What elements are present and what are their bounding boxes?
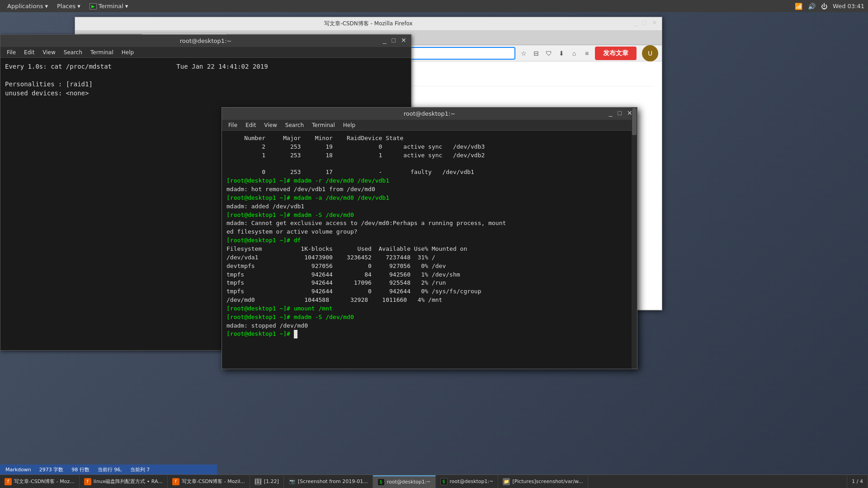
shield-icon[interactable]: 🛡 bbox=[543, 48, 554, 59]
taskbar-item-4[interactable]: 📷 [Screenshot from 2019-01... bbox=[284, 475, 373, 488]
term-fg-menu-help[interactable]: Help bbox=[340, 121, 359, 129]
firefox-nav-icons: ☆ ⊟ 🛡 ⬇ ⌂ ≡ bbox=[518, 48, 592, 59]
taskbar-item-2[interactable]: f 写文章-CSDN博客 - Mozil... bbox=[168, 475, 250, 488]
term-fg-line-10: mdadm: Cannot get exclusive access to /d… bbox=[226, 219, 632, 228]
taskbar-item-0[interactable]: f 写文章-CSDN博客 - Moz... bbox=[0, 475, 80, 488]
term-fg-line-15: devtmpfs 927056 0 927056 0% /dev bbox=[226, 262, 632, 271]
term-bg-menu-help[interactable]: Help bbox=[118, 48, 137, 56]
terminal-fg-titlebar: root@desktop1:~ _ □ ✕ bbox=[222, 108, 637, 120]
taskbar-item-3[interactable]: [1] [1.22] bbox=[250, 475, 284, 488]
term-bg-close[interactable]: ✕ bbox=[399, 37, 408, 44]
term-fg-line-7: [root@desktop1 ~]# mdadm -a /dev/md0 /de… bbox=[226, 194, 632, 202]
term-fg-menu-view[interactable]: View bbox=[260, 121, 280, 129]
term-fg-line-11: ed filesystem or active volume group? bbox=[226, 228, 632, 236]
terminal-bg-title: root@desktop1:~ bbox=[180, 38, 231, 44]
term-bg-menu-file[interactable]: File bbox=[3, 48, 19, 56]
download-icon[interactable]: ⬇ bbox=[556, 48, 567, 59]
term-fg-line-4: 0 253 17 - faulty /dev/vdb1 bbox=[226, 168, 632, 177]
scrollbar-thumb[interactable] bbox=[632, 131, 637, 135]
term-bg-line-2: Personalities : [raid1] bbox=[5, 80, 406, 89]
taskbar-icon-6: $ bbox=[440, 478, 448, 485]
term-bg-menu-view[interactable]: View bbox=[39, 48, 59, 56]
term-bg-menu-edit[interactable]: Edit bbox=[20, 48, 38, 56]
sound-icon[interactable]: 🔊 bbox=[808, 3, 816, 10]
term-fg-menu-search[interactable]: Search bbox=[282, 121, 307, 129]
taskbar-icon-1: f bbox=[84, 478, 91, 485]
term-fg-menu-file[interactable]: File bbox=[225, 121, 241, 129]
reader-view-icon[interactable]: ⊟ bbox=[531, 48, 542, 59]
current-col: 当前列 7 bbox=[128, 466, 152, 473]
applications-menu[interactable]: Applications ▾ bbox=[4, 2, 52, 10]
firefox-close-btn[interactable]: ✕ bbox=[650, 19, 659, 26]
term-fg-line-16: tmpfs 942644 84 942560 1% /dev/shm bbox=[226, 271, 632, 279]
taskbar-label-7: [Pictures]screenshot/var/w... bbox=[512, 479, 583, 484]
term-fg-line-0: Number Major Minor RaidDevice State bbox=[226, 134, 632, 143]
taskbar-icon-5: $ bbox=[377, 479, 385, 486]
places-arrow: ▾ bbox=[77, 3, 80, 9]
firefox-minimize-btn[interactable]: _ bbox=[632, 19, 639, 26]
firefox-titlebar: 写文章-CSDN博客 - Mozilla Firefox _ □ ✕ bbox=[75, 17, 662, 31]
terminal-fg-title: root@desktop1:~ bbox=[404, 110, 455, 117]
taskbar-item-6[interactable]: $ root@desktop1:~ bbox=[436, 475, 499, 488]
firefox-window-controls: _ □ ✕ bbox=[632, 19, 659, 26]
taskbar-label-6: root@desktop1:~ bbox=[450, 479, 494, 484]
term-bg-maximize[interactable]: □ bbox=[390, 37, 397, 44]
term-fg-menu-terminal[interactable]: Terminal bbox=[308, 121, 339, 129]
term-bg-minimize[interactable]: _ bbox=[381, 37, 388, 44]
terminal-fg-menu: File Edit View Search Terminal Help bbox=[222, 120, 637, 131]
term-fg-line-8: mdadm: added /dev/vdb1 bbox=[226, 202, 632, 211]
term-bg-line-0: Every 1.0s: cat /proc/mdstat Tue Jan 22 … bbox=[5, 62, 406, 71]
term-fg-line-1: 2 253 19 0 active sync /dev/vdb3 bbox=[226, 143, 632, 151]
taskbar-label-3: [1.22] bbox=[264, 479, 279, 484]
term-bg-line-3: unused devices: <none> bbox=[5, 89, 406, 98]
firefox-maximize-btn[interactable]: □ bbox=[641, 19, 648, 26]
home-icon[interactable]: ⌂ bbox=[569, 48, 580, 59]
taskbar-icon-3: [1] bbox=[255, 478, 262, 485]
term-fg-line-2: 1 253 18 1 active sync /dev/vdb2 bbox=[226, 151, 632, 160]
term-bg-line-1 bbox=[5, 71, 406, 80]
terminal-menu-label: Terminal bbox=[99, 3, 123, 9]
taskbar-label-1: linux磁盘阵列配置方式 • RA... bbox=[94, 478, 163, 485]
power-icon[interactable]: ⏻ bbox=[821, 3, 827, 10]
places-menu[interactable]: Places ▾ bbox=[53, 2, 84, 10]
term-fg-menu-edit[interactable]: Edit bbox=[242, 121, 259, 129]
editor-mode: Markdown bbox=[4, 467, 33, 473]
terminal-bg-controls: _ □ ✕ bbox=[381, 37, 408, 44]
taskbar-icon-2: f bbox=[172, 478, 179, 485]
applications-label: Applications bbox=[7, 3, 43, 9]
bookmark-star-icon[interactable]: ☆ bbox=[518, 48, 529, 59]
menu-icon[interactable]: ≡ bbox=[581, 48, 592, 59]
term-fg-maximize[interactable]: □ bbox=[616, 109, 623, 117]
term-fg-minimize[interactable]: _ bbox=[607, 109, 614, 117]
wifi-icon[interactable]: 📶 bbox=[795, 3, 802, 10]
terminal-fg-scrollbar[interactable] bbox=[632, 131, 637, 369]
system-bar: Applications ▾ Places ▾ ▶ Terminal ▾ 📶 🔊… bbox=[0, 0, 868, 12]
publish-button[interactable]: 发布文章 bbox=[595, 47, 637, 60]
terminal-arrow: ▾ bbox=[125, 3, 128, 9]
term-fg-line-17: tmpfs 942644 17096 925548 2% /run bbox=[226, 279, 632, 287]
term-fg-line-6: mdadm: hot removed /dev/vdb1 from /dev/m… bbox=[226, 185, 632, 194]
taskbar-item-5[interactable]: $ root@desktop1:~ bbox=[373, 475, 436, 488]
term-fg-line-12: [root@desktop1 ~]# df bbox=[226, 236, 632, 245]
taskbar-icon-7: 📁 bbox=[503, 478, 510, 485]
term-fg-line-22: mdadm: stopped /dev/md0 bbox=[226, 322, 632, 330]
term-fg-line-21: [root@desktop1 ~]# mdadm -S /dev/md0 bbox=[226, 313, 632, 322]
term-fg-line-13: Filesystem 1K-blocks Used Available Use%… bbox=[226, 245, 632, 253]
term-bg-menu-search[interactable]: Search bbox=[60, 48, 86, 56]
taskbar-label-0: 写文章-CSDN博客 - Moz... bbox=[14, 478, 75, 485]
system-bar-right: 📶 🔊 ⏻ Wed 03:41 bbox=[795, 3, 864, 10]
taskbar-item-1[interactable]: f linux磁盘阵列配置方式 • RA... bbox=[80, 475, 168, 488]
terminal-menu[interactable]: ▶ Terminal ▾ bbox=[86, 2, 132, 10]
terminal-fg-content[interactable]: Number Major Minor RaidDevice State 2 25… bbox=[222, 131, 637, 369]
taskbar-label-2: 写文章-CSDN博客 - Mozil... bbox=[182, 478, 245, 485]
desktop: 写文章-CSDN博客 - Mozilla Firefox _ □ ✕ f 写文章… bbox=[0, 12, 868, 488]
taskbar-item-7[interactable]: 📁 [Pictures]screenshot/var/w... bbox=[498, 475, 588, 488]
user-avatar[interactable]: U bbox=[642, 45, 658, 61]
term-bg-menu-terminal[interactable]: Terminal bbox=[87, 48, 117, 56]
terminal-fg-window: root@desktop1:~ _ □ ✕ File Edit View Sea… bbox=[222, 107, 637, 369]
line-count: 98 行数 bbox=[70, 466, 91, 473]
terminal-fg-controls: _ □ ✕ bbox=[607, 109, 634, 117]
term-fg-line-20: [root@desktop1 ~]# umount /mnt bbox=[226, 305, 632, 313]
system-bar-left: Applications ▾ Places ▾ ▶ Terminal ▾ bbox=[4, 2, 132, 10]
terminal-bg-titlebar: root@desktop1:~ _ □ ✕ bbox=[0, 35, 411, 47]
